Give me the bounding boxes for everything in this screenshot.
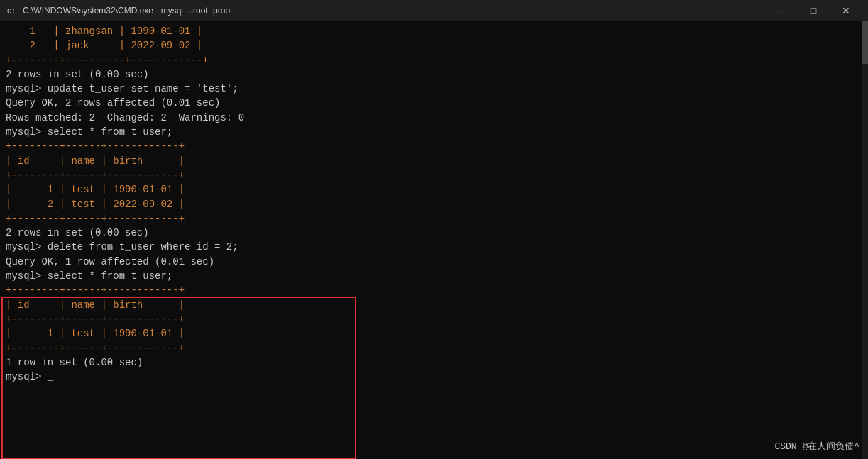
terminal-line: +--------+------+------------+ [6, 211, 862, 226]
window-controls: ─ □ ✕ [764, 0, 862, 21]
terminal-line: 1 | zhangsan | 1990-01-01 | [6, 24, 862, 38]
minimize-button[interactable]: ─ [764, 0, 797, 21]
window-title: C:\WINDOWS\system32\CMD.exe - mysql -uro… [23, 6, 232, 16]
terminal-line: 1 row in set (0.00 sec) [6, 355, 862, 370]
terminal-line: 2 | jack | 2022-09-02 | [6, 38, 862, 52]
terminal-line: +--------+------+------------+ [6, 283, 862, 297]
title-bar-left: C: C:\WINDOWS\system32\CMD.exe - mysql -… [6, 5, 232, 16]
terminal-line: mysql> delete from t_user where id = 2; [6, 240, 862, 254]
cmd-icon: C: [6, 5, 17, 16]
terminal-body[interactable]: 1 | zhangsan | 1990-01-01 | 2 | jack | 2… [0, 21, 868, 459]
terminal-window: C: C:\WINDOWS\system32\CMD.exe - mysql -… [0, 0, 868, 459]
terminal-line: +--------+----------+------------+ [6, 53, 862, 67]
scrollbar[interactable] [862, 21, 868, 459]
terminal-line: Query OK, 2 rows affected (0.01 sec) [6, 96, 862, 110]
terminal-line: 2 rows in set (0.00 sec) [6, 67, 862, 82]
terminal-line: Query OK, 1 row affected (0.01 sec) [6, 255, 862, 269]
terminal-line: mysql> select * from t_user; [6, 125, 862, 139]
scrollbar-thumb[interactable] [862, 21, 868, 64]
terminal-line: Rows matched: 2 Changed: 2 Warnings: 0 [6, 111, 862, 125]
terminal-line: 2 rows in set (0.00 sec) [6, 226, 862, 240]
terminal-line: +--------+------+------------+ [6, 139, 862, 153]
terminal-line: | 1 | test | 1990-01-01 | [6, 182, 862, 197]
terminal-line: +--------+------+------------+ [6, 341, 862, 355]
close-button[interactable]: ✕ [830, 0, 862, 21]
maximize-button[interactable]: □ [797, 0, 830, 21]
terminal-line: +--------+------+------------+ [6, 312, 862, 326]
terminal-line: | 1 | test | 1990-01-01 | [6, 326, 862, 341]
terminal-line: +--------+------+------------+ [6, 168, 862, 182]
terminal-line: mysql> select * from t_user; [6, 269, 862, 283]
svg-text:C:: C: [7, 8, 16, 16]
title-bar: C: C:\WINDOWS\system32\CMD.exe - mysql -… [0, 0, 868, 21]
terminal-line: mysql> _ [6, 370, 862, 384]
terminal-line: mysql> update t_user set name = 'test'; [6, 82, 862, 96]
terminal-line: | id | name | birth | [6, 154, 862, 168]
csdn-watermark: CSDN @在人间负债^ [774, 441, 859, 453]
terminal-line: | 2 | test | 2022-09-02 | [6, 197, 862, 211]
terminal-output: 1 | zhangsan | 1990-01-01 | 2 | jack | 2… [6, 24, 862, 384]
terminal-line: | id | name | birth | [6, 298, 862, 312]
